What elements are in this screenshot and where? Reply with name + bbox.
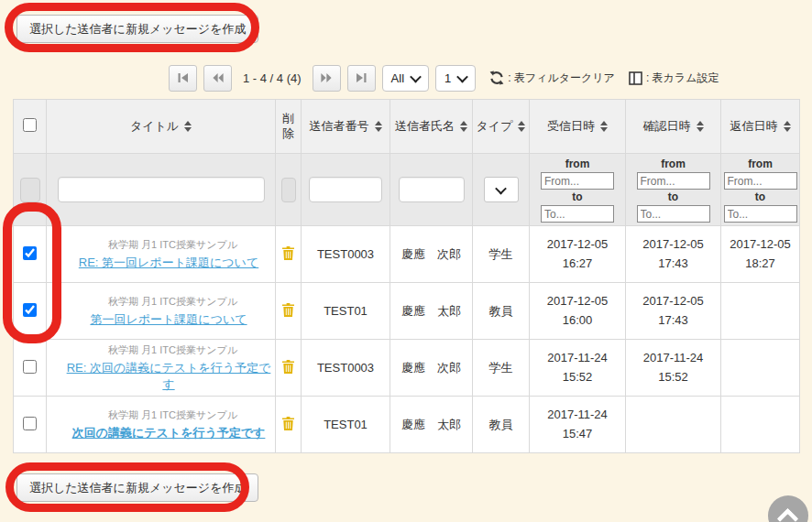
delete-cell [276,226,302,283]
confirmed-from-input[interactable] [637,172,710,190]
sort-icon[interactable] [784,121,791,132]
table-filter-row: from to from to from to [14,154,800,226]
create-message-top-button[interactable]: 選択した送信者に新規メッセージを作成 [16,15,258,43]
time-line: 16:00 [530,311,625,330]
sort-icon[interactable] [184,121,192,132]
sender-name-cell: 慶應 太郎 [390,283,473,340]
delete-cell [276,340,302,397]
message-table: タイトル 削除 送信者番号 送信者氏名 タイプ 受信日時 [13,99,800,453]
type-filter-select[interactable] [484,177,519,202]
title-header[interactable]: タイトル [47,100,276,154]
delete-cell [276,283,302,340]
received-from-input[interactable] [541,172,614,190]
replied-header-label: 返信日時 [730,119,778,134]
filter-clear-legend: : 表フィルタークリア [489,71,615,86]
next-page-button[interactable] [313,65,341,92]
replied-to-input[interactable] [724,205,797,223]
table-row: 秋学期 月1 ITC授業サンプル RE: 第一回レポート課題について TEST0… [14,226,800,283]
sender-no-filter-input[interactable] [309,177,382,202]
type-cell: 学生 [473,340,530,397]
replied-header[interactable]: 返信日時 [721,100,800,154]
filter-check-cell [14,154,47,226]
received-to-input[interactable] [541,205,614,223]
confirmed-cell [626,397,721,453]
filter-delete-cell [276,154,302,226]
row-select-checkbox[interactable] [23,417,37,430]
delete-button[interactable] [282,417,294,430]
confirmed-cell: 2017-12-05 17:43 [626,226,721,283]
filter-clear-button[interactable] [489,71,504,85]
create-message-bottom-button[interactable]: 選択した送信者に新規メッセージを作成 [16,473,258,502]
message-title-link[interactable]: 次回の講義にテストを行う予定です [72,426,266,440]
sort-icon[interactable] [697,121,704,132]
delete-button[interactable] [282,303,294,317]
column-settings-label: : 表カラム設定 [646,71,719,86]
trash-icon [282,246,294,260]
sender-name-header[interactable]: 送信者氏名 [390,100,473,154]
table-row: 秋学期 月1 ITC授業サンプル RE: 次回の講義にテストを行う予定です TE… [14,340,800,397]
course-label: 秋学期 月1 ITC授業サンプル [71,238,275,252]
sender-no-header-label: 送信者番号 [310,119,369,134]
delete-button[interactable] [282,360,294,374]
title-header-label: タイトル [130,119,179,134]
filter-type-cell [473,154,530,226]
date-line: 2017-12-05 [626,235,720,254]
date-line: 2017-12-05 [721,235,799,254]
title-filter-input[interactable] [58,177,265,202]
delete-cell [276,397,302,453]
sender-name-filter-input[interactable] [399,177,465,202]
filter-replied-cell: from to [721,154,800,226]
received-header[interactable]: 受信日時 [530,100,626,154]
type-header-label: タイプ [477,119,513,134]
row-select-cell [14,340,47,397]
row-select-cell [14,226,47,283]
from-label: from [530,157,625,172]
row-select-checkbox[interactable] [23,246,37,260]
message-title-link[interactable]: 第一回レポート課題について [90,312,247,326]
last-page-button[interactable] [347,65,376,92]
sender-no-cell: TEST01 [302,283,390,340]
confirmed-header[interactable]: 確認日時 [626,100,721,154]
type-header[interactable]: タイプ [473,100,530,154]
sort-icon[interactable] [600,121,608,132]
sender-name-cell: 慶應 次郎 [390,340,473,397]
first-page-button[interactable] [169,65,197,92]
delete-button[interactable] [282,246,294,260]
sort-icon[interactable] [518,121,525,132]
chevron-down-icon [410,71,422,82]
trash-icon [282,417,294,430]
prev-page-button[interactable] [203,65,232,92]
sender-no-cell: TEST01 [302,397,390,453]
date-line: 2017-12-05 [530,292,625,310]
type-cell: 学生 [473,226,530,283]
message-title-link[interactable]: RE: 次回の講義にテストを行う予定です [67,361,271,391]
page-number-select[interactable]: 1 [435,65,476,92]
row-select-checkbox[interactable] [23,360,37,374]
table-row: 秋学期 月1 ITC授業サンプル 第一回レポート課題について TEST01 慶應… [14,283,800,340]
scroll-to-top-button[interactable] [768,495,808,522]
columns-icon [629,71,642,85]
replied-cell [721,397,800,453]
received-cell: 2017-12-05 16:00 [530,283,626,340]
confirmed-cell: 2017-11-24 15:52 [626,340,721,397]
page-size-select[interactable]: All [382,65,429,92]
time-line: 15:47 [530,425,625,443]
sender-no-header[interactable]: 送信者番号 [302,100,390,154]
row-select-checkbox[interactable] [23,303,37,317]
delete-header: 削除 [276,100,302,154]
replied-cell [721,283,800,340]
sort-icon[interactable] [375,121,382,132]
message-title-link[interactable]: RE: 第一回レポート課題について [79,256,258,269]
select-all-checkbox[interactable] [23,118,37,132]
confirmed-to-input[interactable] [637,205,710,223]
sort-icon[interactable] [460,121,467,132]
column-settings-button[interactable] [629,71,642,85]
course-label: 秋学期 月1 ITC授業サンプル [71,295,275,309]
refresh-icon [489,71,504,85]
date-line: 2017-12-05 [530,235,625,254]
replied-from-input[interactable] [724,172,797,190]
to-label: to [721,190,799,205]
filter-received-cell: from to [530,154,626,226]
confirmed-header-label: 確認日時 [643,119,691,134]
filter-title-cell [47,154,276,226]
